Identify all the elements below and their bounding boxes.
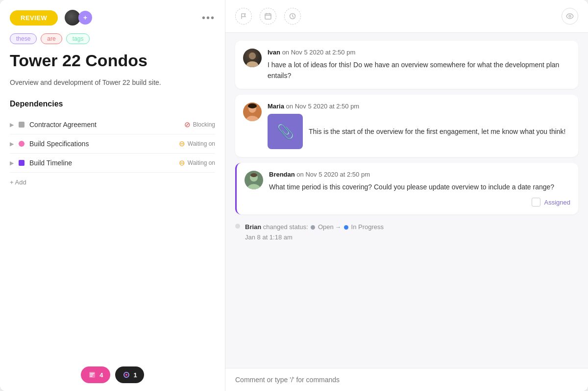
attachment-thumbnail[interactable]: 📎 (268, 114, 303, 149)
status-change-text: Brian changed status: Open → In Progress… (245, 222, 384, 243)
svg-rect-4 (265, 14, 271, 19)
assigned-row: Assigned (269, 198, 570, 207)
ivan-name: Ivan (268, 49, 280, 56)
brendan-timestamp: on Nov 5 2020 at 2:50 pm (296, 171, 370, 178)
right-header (225, 0, 588, 33)
svg-point-12 (248, 104, 257, 108)
dependencies-heading: Dependencies (10, 100, 215, 108)
flag-button[interactable] (235, 8, 252, 25)
maria-avatar (243, 103, 262, 121)
project-title: Tower 22 Condos (10, 51, 215, 70)
left-footer: 4 1 (0, 359, 225, 391)
open-dot-icon (311, 225, 315, 230)
from-status: Open (318, 223, 334, 231)
ivan-timestamp: on Nov 5 2020 at 2:50 pm (282, 49, 356, 56)
maria-timestamp: on Nov 5 2020 at 2:50 pm (286, 103, 360, 110)
status-badge-waiting-2: ⊖ Waiting on (179, 158, 215, 167)
svg-point-3 (125, 374, 127, 376)
maria-content: 📎 This is the start of the overview for … (268, 114, 570, 149)
clock-button[interactable] (284, 8, 301, 25)
maria-text: This is the start of the overview for th… (309, 127, 565, 137)
add-dependency-button[interactable]: + Add (10, 173, 26, 192)
svg-point-11 (246, 116, 259, 121)
waiting-dot-icon: ⊖ (179, 139, 185, 148)
maria-comment-body: Maria on Nov 5 2020 at 2:50 pm 📎 This is… (268, 103, 570, 149)
notion-badge[interactable]: 4 (81, 366, 110, 383)
avatar-group (64, 9, 92, 26)
right-panel: Ivan on Nov 5 2020 at 2:50 pm I have a l… (225, 0, 588, 391)
figma-badge[interactable]: 1 (115, 366, 144, 383)
brendan-text: What time period is this covering? Could… (269, 182, 570, 193)
assigned-label: Assigned (544, 199, 570, 206)
waiting-label-1: Waiting on (188, 140, 215, 147)
comments-area: Ivan on Nov 5 2020 at 2:50 pm I have a l… (225, 33, 588, 368)
svg-point-14 (247, 184, 260, 189)
tag-these[interactable]: these (10, 33, 37, 44)
dep-name-contractor: Contractor Agreement (29, 121, 179, 129)
figma-count: 1 (134, 371, 137, 379)
waiting-dot-icon-2: ⊖ (179, 158, 185, 167)
chevron-icon[interactable]: ▶ (10, 141, 14, 147)
arrow-icon: → (335, 224, 341, 231)
svg-point-6 (569, 15, 571, 17)
calendar-button[interactable] (260, 8, 276, 25)
ivan-comment-body: Ivan on Nov 5 2020 at 2:50 pm I have a l… (268, 49, 570, 81)
svg-point-9 (249, 52, 256, 59)
dependency-row: ▶ Contractor Agreement ⊘ Blocking (10, 115, 215, 134)
dep-dot-gray (19, 122, 24, 128)
tag-tags[interactable]: tags (66, 33, 90, 44)
brian-name: Brian (245, 223, 261, 231)
dep-name-build-timeline: Build Timeline (29, 159, 174, 167)
tags-row: these are tags (0, 33, 225, 51)
progress-dot-icon (344, 225, 348, 230)
figma-icon (122, 370, 131, 379)
chevron-icon[interactable]: ▶ (10, 122, 14, 128)
left-panel: REVIEW ••• these are tags Tow (0, 0, 225, 391)
status-badge-blocking: ⊘ Blocking (184, 120, 215, 129)
notion-count: 4 (99, 371, 103, 379)
dep-dot-purple (19, 160, 24, 166)
to-status: In Progress (351, 223, 384, 231)
comment-card-ivan: Ivan on Nov 5 2020 at 2:50 pm I have a l… (235, 41, 578, 89)
change-timestamp: Jan 8 at 1:18 am (245, 234, 293, 241)
status-badge-waiting-1: ⊖ Waiting on (179, 139, 215, 148)
blocking-dot-icon: ⊘ (184, 120, 191, 129)
comment-input-row (225, 368, 588, 391)
brendan-name: Brendan (269, 171, 295, 178)
eye-button[interactable] (562, 8, 578, 25)
ivan-meta: Ivan on Nov 5 2020 at 2:50 pm (268, 49, 570, 56)
dependency-row: ▶ Build Timeline ⊖ Waiting on (10, 154, 215, 173)
status-change-card: Brian changed status: Open → In Progress… (235, 220, 578, 245)
left-header: REVIEW ••• (0, 0, 225, 33)
ivan-text: I have a lot of ideas for this! Do we ha… (268, 60, 570, 81)
blocking-label: Blocking (193, 121, 215, 128)
review-button[interactable]: REVIEW (10, 10, 58, 26)
left-content: Tower 22 Condos Overview and development… (0, 51, 225, 359)
app-container: REVIEW ••• these are tags Tow (0, 0, 588, 391)
maria-meta: Maria on Nov 5 2020 at 2:50 pm (268, 103, 570, 110)
comment-card-brendan: Brendan on Nov 5 2020 at 2:50 pm What ti… (235, 163, 578, 214)
dependency-row: ▶ Build Specifications ⊖ Waiting on (10, 134, 215, 154)
ivan-avatar (243, 49, 262, 67)
svg-point-8 (246, 61, 258, 67)
add-user-button[interactable] (78, 11, 92, 25)
comment-input[interactable] (235, 376, 578, 384)
more-options-button[interactable]: ••• (202, 12, 215, 24)
svg-point-15 (250, 173, 257, 177)
brendan-comment-body: Brendan on Nov 5 2020 at 2:50 pm What ti… (269, 171, 570, 207)
status-change-dot (235, 224, 240, 229)
assigned-checkbox[interactable] (532, 198, 540, 207)
waiting-label-2: Waiting on (188, 159, 215, 166)
paperclip-icon: 📎 (277, 124, 294, 140)
chevron-icon[interactable]: ▶ (10, 160, 14, 166)
maria-name: Maria (268, 103, 284, 110)
brendan-meta: Brendan on Nov 5 2020 at 2:50 pm (269, 171, 570, 178)
dep-dot-pink (19, 141, 24, 147)
action-text: changed status: (263, 223, 308, 231)
brendan-avatar (245, 171, 263, 189)
dep-name-build-spec: Build Specifications (29, 140, 174, 148)
comment-card-maria: Maria on Nov 5 2020 at 2:50 pm 📎 This is… (235, 95, 578, 157)
tag-are[interactable]: are (41, 33, 62, 44)
project-description: Overview and development of Tower 22 bui… (10, 77, 215, 88)
notion-icon (88, 370, 97, 379)
